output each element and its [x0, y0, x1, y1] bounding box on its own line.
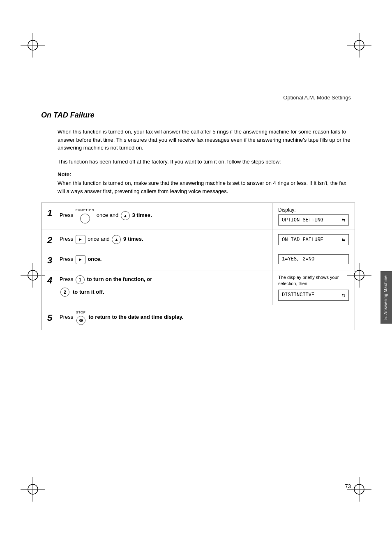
- function-button-wrapper: FUNCTION: [76, 208, 94, 223]
- step-3-left: 3 Press ► once.: [42, 250, 272, 270]
- function-label: FUNCTION: [76, 208, 94, 213]
- step-row-1: 1 Press FUNCTION once and ▲ 3 times. Dis…: [42, 203, 355, 230]
- note-label: Note:: [58, 171, 355, 177]
- button-1-icon: 1: [76, 275, 85, 284]
- step-3-content: Press ► once.: [60, 255, 266, 264]
- display-box-4: DISTINCTIVE ⇆: [278, 290, 349, 301]
- display-box-1: OPTION SETTING ⇆: [278, 214, 349, 226]
- arrow-icon-1: ⇆: [342, 216, 345, 223]
- menu-button-3: ►: [76, 255, 85, 264]
- menu-button-2: ►: [76, 235, 85, 244]
- stop-button-wrapper: STOP ⊗: [76, 310, 86, 325]
- step-1-left: 1 Press FUNCTION once and ▲ 3 times.: [42, 203, 272, 230]
- display-box-2: ON TAD FAILURE ⇆: [278, 234, 349, 245]
- display-label-1: Display:: [278, 207, 349, 213]
- step-row-2: 2 Press ► once and ▲ 9 times. ON TAD FAI…: [42, 230, 355, 250]
- corner-mark-bl: [21, 477, 45, 502]
- page-number: 73: [345, 483, 351, 489]
- up-button-icon-1: ▲: [121, 211, 130, 220]
- step-5-content: Press STOP ⊗ to return to the date and t…: [60, 310, 349, 325]
- button-2-icon: 2: [60, 288, 69, 297]
- step-2-content: Press ► once and ▲ 9 times.: [60, 235, 266, 244]
- display-box-3: 1=YES, 2=NO: [278, 254, 349, 264]
- step-2-right: ON TAD FAILURE ⇆: [272, 230, 355, 250]
- step-4-sub: 2 to turn it off.: [60, 288, 266, 297]
- steps-table: 1 Press FUNCTION once and ▲ 3 times. Dis…: [41, 203, 355, 330]
- step-row-5: 5 Press STOP ⊗ to return to the date and…: [42, 305, 355, 330]
- step-1-number: 1: [47, 209, 56, 218]
- arrow-icon-2: ⇆: [342, 236, 345, 243]
- step-2-number: 2: [47, 236, 56, 245]
- side-tab: 5. Answering Machine: [380, 271, 392, 324]
- display-note-4: The display briefly shows your selection…: [278, 274, 349, 287]
- page-header: Optional A.M. Mode Settings: [283, 94, 351, 101]
- corner-mark-tr: [347, 33, 371, 58]
- up-button-icon-2: ▲: [112, 235, 121, 244]
- step-1-right: Display: OPTION SETTING ⇆: [272, 203, 355, 230]
- body-text-1: When this function is turned on, your fa…: [58, 128, 355, 152]
- body-text-2: This function has been turned off at the…: [58, 158, 355, 166]
- step-1-content: Press FUNCTION once and ▲ 3 times.: [60, 208, 266, 223]
- note-text: When this function is turned on, make su…: [58, 179, 355, 195]
- step-4-right: The display briefly shows your selection…: [272, 270, 355, 305]
- step-row-3: 3 Press ► once. 1=YES, 2=NO: [42, 250, 355, 270]
- step-row-4: 4 Press 1 to turn on the function, or 2 …: [42, 270, 355, 305]
- main-content: On TAD Failure When this function is tur…: [41, 111, 355, 330]
- stop-button-icon: ⊗: [76, 316, 85, 325]
- step-5-number: 5: [47, 313, 56, 322]
- corner-mark-br: [347, 477, 371, 502]
- step-3-right: 1=YES, 2=NO: [272, 250, 355, 270]
- step-3-number: 3: [47, 256, 56, 265]
- step-2-left: 2 Press ► once and ▲ 9 times.: [42, 230, 272, 250]
- corner-mark-tl: [21, 33, 45, 58]
- arrow-icon-4: ⇆: [342, 292, 345, 299]
- step-4-left: 4 Press 1 to turn on the function, or 2 …: [42, 270, 272, 305]
- header-title: Optional A.M. Mode Settings: [283, 94, 351, 101]
- section-title: On TAD Failure: [41, 111, 355, 120]
- stop-label: STOP: [76, 310, 86, 315]
- step-4-content: Press 1 to turn on the function, or 2 to…: [60, 275, 266, 297]
- step-4-number: 4: [47, 276, 56, 285]
- function-button-icon: [80, 214, 90, 223]
